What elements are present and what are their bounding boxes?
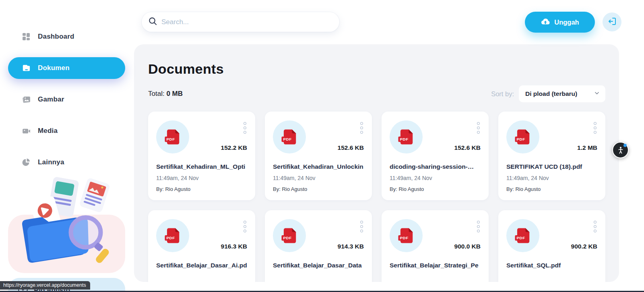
file-owner: By: Rio Agusto: [506, 186, 541, 192]
document-card[interactable]: PDF 1.2 MB SERTIFIKAT UCD (18).pdf 11:49…: [498, 112, 605, 200]
accessibility-widget-button[interactable]: [612, 142, 629, 158]
card-menu-button[interactable]: [243, 121, 247, 135]
card-menu-button[interactable]: [593, 220, 597, 233]
documents-panel: Documents Total: 0 MB Sort by: Di pload …: [134, 44, 619, 282]
status-bar-url: https://ryorage.vercel.app/documents: [0, 281, 90, 290]
cloud-upload-icon: [541, 17, 550, 28]
pdf-badge-label: PDF: [167, 236, 175, 240]
image-icon: [21, 94, 31, 105]
document-card[interactable]: PDF 152.6 KB dicoding-sharing-session-… …: [382, 112, 489, 200]
dot-icon: [477, 225, 480, 228]
sidebar-item-lainnya[interactable]: Lainnya: [8, 151, 125, 173]
pdf-file-icon: PDF: [273, 219, 306, 252]
document-card[interactable]: PDF 152.6 KB Sertifikat_Kehadiran_Unlock…: [265, 112, 372, 200]
dot-icon: [477, 230, 480, 232]
dashboard-grid-icon: [21, 31, 31, 42]
sidebar-item-label: Media: [38, 127, 58, 135]
file-date: 11:49am, 24 Nov: [390, 175, 432, 181]
card-menu-button[interactable]: [359, 220, 364, 233]
file-size: 900.0 KB: [454, 243, 481, 250]
file-name: SERTIFIKAT UCD (18).pdf: [506, 163, 605, 170]
dot-icon: [244, 126, 246, 129]
file-date: 11:49am, 24 Nov: [506, 175, 549, 181]
sidebar-item-label: Lainnya: [38, 158, 64, 166]
dot-icon: [594, 230, 597, 232]
dot-icon: [594, 122, 597, 125]
dot-icon: [594, 225, 597, 228]
video-camera-icon: [21, 126, 31, 136]
logout-button[interactable]: [603, 12, 621, 31]
file-name: Sertifikat_Belajar_Dasar_Ai.pd: [156, 262, 254, 269]
accessibility-badge-dot: [623, 144, 627, 147]
document-card[interactable]: PDF 152.2 KB Sertifikat_Kehadiran_ML_Opt…: [148, 112, 255, 200]
search-icon: [148, 17, 157, 27]
dot-icon: [360, 221, 363, 224]
file-size: 914.3 KB: [338, 243, 364, 250]
sort-dropdown[interactable]: Di pload (terbaru): [519, 85, 605, 102]
dot-icon: [360, 230, 363, 232]
total-label: Total:: [148, 90, 165, 97]
dot-icon: [360, 131, 363, 134]
file-name: Sertifikat_SQL.pdf: [506, 262, 605, 269]
document-folder-icon: [21, 63, 31, 73]
card-menu-button[interactable]: [243, 220, 247, 233]
total-value: 0 MB: [166, 90, 183, 97]
file-owner: By: Rio Agusto: [156, 186, 190, 192]
upload-button[interactable]: Unggah: [525, 12, 595, 33]
file-owner: By: Rio Agusto: [273, 186, 307, 192]
meta-row: Total: 0 MB Sort by: Di pload (terbaru): [148, 85, 605, 102]
sidebar-item-label: Dokumen: [38, 64, 70, 72]
sidebar-item-media[interactable]: Media: [8, 120, 125, 142]
pdf-file-icon: PDF: [506, 120, 539, 153]
file-owner: By: Rio Agusto: [390, 186, 424, 192]
accessibility-person-icon: [616, 146, 625, 155]
pdf-file-icon: PDF: [506, 219, 539, 252]
sort-control: Sort by: Di pload (terbaru): [491, 85, 605, 102]
sidebar: Dashboard Dokumen Gambar: [0, 0, 134, 292]
document-card[interactable]: PDF 914.3 KB Sertifikat_Belajar_Dasar_Da…: [265, 210, 372, 282]
file-size: 916.3 KB: [221, 243, 247, 250]
pdf-file-icon: PDF: [156, 219, 189, 252]
file-name: Sertifikat_Belajar_Strategi_Pe: [390, 262, 488, 269]
sidebar-item-dashboard[interactable]: Dashboard: [8, 26, 125, 48]
pdf-badge-label: PDF: [400, 137, 409, 141]
sidebar-item-label: Dashboard: [38, 33, 74, 41]
card-menu-button[interactable]: [593, 121, 597, 135]
dot-icon: [594, 221, 597, 224]
card-menu-button[interactable]: [476, 220, 481, 233]
pdf-file-icon: PDF: [390, 219, 423, 252]
document-card[interactable]: PDF 900.2 KB Sertifikat_SQL.pdf: [498, 210, 605, 282]
card-menu-button[interactable]: [359, 121, 364, 135]
file-size: 1.2 MB: [577, 144, 597, 151]
file-size: 152.6 KB: [338, 144, 364, 151]
dot-icon: [477, 122, 480, 125]
dot-icon: [477, 221, 480, 224]
sidebar-item-gambar[interactable]: Gambar: [8, 89, 125, 110]
pdf-badge-label: PDF: [283, 137, 292, 141]
document-card[interactable]: PDF 916.3 KB Sertifikat_Belajar_Dasar_Ai…: [148, 210, 255, 282]
pdf-file-icon: PDF: [273, 120, 306, 153]
dot-icon: [360, 126, 363, 129]
dot-icon: [594, 126, 597, 129]
pdf-file-icon: PDF: [390, 120, 423, 153]
dot-icon: [360, 225, 363, 228]
search-input[interactable]: [161, 18, 333, 26]
file-date: 11:49am, 24 Nov: [156, 175, 199, 181]
dot-icon: [477, 131, 480, 134]
file-size: 152.2 KB: [221, 144, 247, 151]
file-name: Sertifikat_Kehadiran_Unlockin: [273, 163, 371, 170]
file-size: 152.6 KB: [454, 144, 481, 151]
file-name: dicoding-sharing-session-…: [390, 163, 488, 170]
file-name: Sertifikat_Kehadiran_ML_Opti: [156, 163, 254, 170]
sidebar-item-dokumen[interactable]: Dokumen: [8, 57, 125, 79]
card-menu-button[interactable]: [476, 121, 481, 135]
sidebar-nav: Dashboard Dokumen Gambar: [0, 0, 134, 173]
search-bar[interactable]: [142, 12, 339, 32]
file-name: Sertifikat_Belajar_Dasar_Data: [273, 262, 371, 269]
pdf-badge-label: PDF: [283, 236, 292, 240]
document-card[interactable]: PDF 900.0 KB Sertifikat_Belajar_Strategi…: [382, 210, 489, 282]
page-title: Documents: [148, 60, 605, 77]
dot-icon: [594, 131, 597, 134]
upload-button-label: Unggah: [554, 19, 579, 26]
illustration-background: [8, 215, 125, 273]
